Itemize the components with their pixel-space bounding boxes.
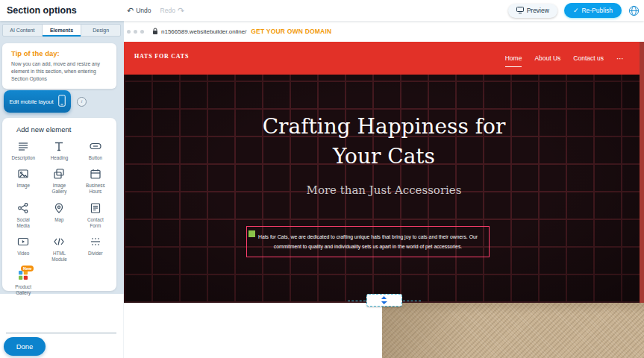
globe-icon[interactable] xyxy=(628,5,640,16)
sidebar: AI Content Elements Design Tip of the da… xyxy=(0,21,124,358)
browser-bar: n1566589.websitebuilder.online/ GET YOUR… xyxy=(124,21,644,42)
business-hours-icon xyxy=(89,167,102,180)
redo-icon: ↷ xyxy=(178,7,184,15)
element-image[interactable]: Image xyxy=(5,167,41,195)
divider-icon xyxy=(89,235,102,248)
element-business-hours[interactable]: Business Hours xyxy=(78,167,113,195)
edit-mobile-layout-button[interactable]: Edit mobile layout xyxy=(4,90,71,113)
preview-scrollbar[interactable] xyxy=(640,42,644,303)
republish-button[interactable]: ✓ Re-Publish xyxy=(564,3,622,18)
info-icon[interactable]: i xyxy=(77,97,87,107)
image-gallery-icon xyxy=(52,167,66,180)
element-image-gallery[interactable]: Image Gallery xyxy=(41,167,77,195)
tab-label: Design xyxy=(93,28,109,33)
element-label: Map xyxy=(54,217,63,223)
heading-icon xyxy=(52,139,66,153)
republish-label: Re-Publish xyxy=(581,7,613,14)
image-icon xyxy=(16,167,30,180)
selected-text-element[interactable]: Hats for Cats, we are dedicated to craft… xyxy=(246,226,490,257)
sidebar-divider xyxy=(6,333,116,333)
nav-contact-us[interactable]: Contact us xyxy=(573,54,604,62)
preview-label: Preview xyxy=(527,7,549,14)
element-social-media[interactable]: Social Media xyxy=(5,201,41,229)
next-section xyxy=(124,303,644,358)
edit-mobile-label: Edit mobile layout xyxy=(9,98,53,105)
element-divider[interactable]: Divider xyxy=(78,235,113,263)
site-logo[interactable]: HATS FOR CATS xyxy=(134,53,189,60)
element-label: Description xyxy=(11,155,35,161)
element-label: Contact Form xyxy=(82,217,109,229)
contact-form-icon xyxy=(89,201,102,215)
lock-icon xyxy=(152,28,158,35)
undo-label: Undo xyxy=(136,7,151,14)
element-drag-handle[interactable] xyxy=(248,230,255,237)
redo-button[interactable]: Redo ↷ xyxy=(160,7,185,15)
video-icon xyxy=(16,235,30,248)
social-media-icon xyxy=(16,201,30,215)
html-module-icon xyxy=(52,235,66,248)
topbar-actions: Preview ✓ Re-Publish xyxy=(508,0,640,21)
add-element-title: Add new element xyxy=(16,125,113,134)
element-label: HTML Module xyxy=(46,251,72,263)
element-label: Social Media xyxy=(10,217,37,229)
button-icon xyxy=(89,139,102,153)
topbar: Section options ↶ Undo Redo ↷ Preview ✓ … xyxy=(0,0,644,21)
element-label: Image Gallery xyxy=(46,183,72,195)
undo-button[interactable]: ↶ Undo xyxy=(127,7,151,15)
site-nav: Home About Us Contact us ⋯ xyxy=(505,42,625,75)
tab-label: AI Content xyxy=(10,28,34,33)
element-video[interactable]: Video xyxy=(5,235,41,263)
element-product-gallery[interactable]: New Product Gallery xyxy=(5,268,41,296)
tab-elements[interactable]: Elements xyxy=(43,25,82,36)
app-root: Section options ↶ Undo Redo ↷ Preview ✓ … xyxy=(0,0,644,358)
tip-title: Tip of the day: xyxy=(11,49,107,57)
element-label: Divider xyxy=(88,251,103,257)
page-title: Section options xyxy=(7,5,77,16)
element-label: Image xyxy=(16,183,30,189)
element-map[interactable]: Map xyxy=(41,201,77,229)
element-label: Business Hours xyxy=(82,183,109,195)
check-icon: ✓ xyxy=(573,7,579,14)
site-header: HATS FOR CATS Home About Us Contact us ⋯ xyxy=(124,42,644,75)
nav-about-us[interactable]: About Us xyxy=(534,54,560,62)
element-contact-form[interactable]: Contact Form xyxy=(78,201,113,229)
main-area: n1566589.websitebuilder.online/ GET YOUR… xyxy=(124,21,644,358)
browser-dot xyxy=(127,30,131,34)
nav-home[interactable]: Home xyxy=(505,54,522,62)
preview-button[interactable]: Preview xyxy=(508,4,557,18)
hero-paragraph: Hats for Cats, we are dedicated to craft… xyxy=(251,232,484,251)
sidebar-tabs: AI Content Elements Design xyxy=(2,24,121,37)
hero-subtitle[interactable]: More than Just Accessories xyxy=(124,183,644,197)
map-icon xyxy=(52,201,66,215)
element-description[interactable]: Description xyxy=(5,139,41,161)
tip-body: Now you can add, move and resize any ele… xyxy=(11,60,107,83)
carpet-photo xyxy=(382,303,644,358)
phone-icon xyxy=(58,95,66,108)
browser-dot xyxy=(134,30,137,34)
tab-ai-content[interactable]: AI Content xyxy=(3,25,43,36)
redo-label: Redo xyxy=(160,7,175,14)
nav-more-icon[interactable]: ⋯ xyxy=(616,54,625,63)
done-button[interactable]: Done xyxy=(4,337,46,356)
element-label: Video xyxy=(17,251,29,257)
element-heading[interactable]: Heading xyxy=(41,139,77,161)
element-label: Product Gallery xyxy=(10,284,37,296)
description-icon xyxy=(16,139,30,153)
undo-icon: ↶ xyxy=(127,7,134,15)
tab-label: Elements xyxy=(50,28,73,33)
section-resize-handle[interactable] xyxy=(366,294,402,307)
monitor-icon xyxy=(516,7,524,15)
site-url: n1566589.websitebuilder.online/ xyxy=(161,28,246,35)
element-label: Button xyxy=(89,155,102,161)
element-html-module[interactable]: HTML Module xyxy=(41,235,77,263)
hero-title[interactable]: Crafting Happiness for Your Cats xyxy=(254,112,515,172)
resize-arrows-icon xyxy=(381,296,387,304)
element-label: Heading xyxy=(51,155,68,161)
browser-dot xyxy=(140,30,144,34)
mobile-layout-row: Edit mobile layout i xyxy=(4,90,87,113)
get-domain-link[interactable]: GET YOUR OWN DOMAIN xyxy=(251,28,331,35)
tab-design[interactable]: Design xyxy=(81,25,120,36)
element-grid: Description Heading Button xyxy=(5,139,113,297)
site-preview: HATS FOR CATS Home About Us Contact us ⋯… xyxy=(124,42,644,358)
element-button[interactable]: Button xyxy=(78,139,113,161)
